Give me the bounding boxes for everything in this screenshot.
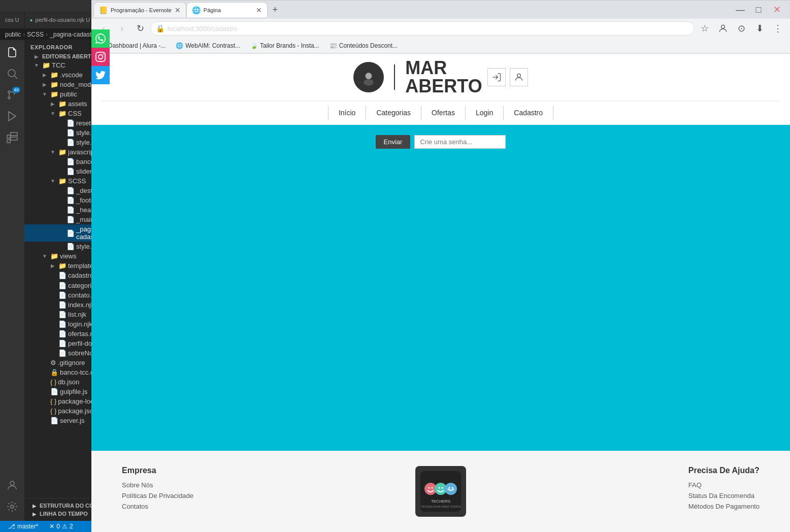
item-label: .vscode — [60, 71, 83, 79]
folder-icon: 📁 — [58, 110, 67, 117]
file-icon: 📄 — [58, 301, 67, 309]
branch-name: master* — [17, 523, 38, 530]
enviar-button[interactable]: Enviar — [376, 135, 411, 149]
status-branch[interactable]: ⎇ master* — [5, 523, 41, 530]
file-icon: 🔒 — [50, 369, 58, 376]
activity-extensions-icon[interactable] — [2, 127, 22, 148]
warning-icon: ⚠ — [62, 523, 68, 530]
svg-rect-7 — [7, 135, 10, 138]
item-label: server.js — [60, 417, 84, 424]
folder-icon: 📁 — [50, 81, 58, 88]
senha-input[interactable] — [414, 135, 506, 149]
section-label: EDITORES ABERTOS — [42, 53, 99, 59]
svg-point-2 — [8, 91, 10, 93]
folder-icon: 📁 — [58, 262, 67, 270]
nav-inicio[interactable]: Início — [328, 106, 366, 120]
activity-source-control-icon[interactable]: 46 — [2, 85, 22, 105]
form-row: Enviar — [376, 135, 506, 149]
folder-icon: 📁 — [50, 252, 58, 260]
file-icon: 📄 — [67, 206, 75, 214]
activity-run-icon[interactable] — [2, 106, 22, 126]
git-branch-icon: ⎇ — [8, 523, 15, 530]
file-icon: 📄 — [58, 272, 67, 279]
activity-search-icon[interactable] — [2, 63, 22, 84]
file-icon: 📄 — [58, 311, 67, 318]
bookmark-label: WebAIM: Contrast... — [185, 42, 240, 49]
logo-divider — [394, 64, 395, 90]
form-area: Enviar — [156, 125, 790, 451]
user-icon[interactable] — [510, 68, 528, 86]
svg-line-1 — [15, 76, 18, 79]
footer-privacidade[interactable]: Políticas De Privacidade — [156, 492, 193, 500]
item-label: db.json — [58, 378, 79, 386]
tab-css[interactable]: css U — [0, 11, 25, 29]
item-label: views — [60, 252, 77, 260]
item-label: TCC — [52, 61, 65, 69]
bookmark-conteudos[interactable]: 📰 Conteúdos Descont... — [326, 41, 401, 50]
browser-window: 📒 Programação - Evernote ✕ 🌐 Página ✕ + … — [156, 40, 790, 521]
svg-point-23 — [432, 487, 433, 489]
svg-point-27 — [452, 487, 453, 489]
footer-status[interactable]: Status Da Encomenda — [688, 492, 760, 500]
site-header: MARABERTO Início — [156, 54, 790, 125]
error-icon: ✕ — [49, 523, 54, 530]
folder-icon: 📁 — [58, 148, 67, 156]
file-icon: 📄 — [58, 340, 67, 347]
svg-text:TECHERS: TECHERS — [431, 499, 450, 504]
svg-point-17 — [517, 74, 520, 77]
nav-categorias[interactable]: Categorias — [366, 106, 421, 120]
svg-point-11 — [10, 481, 14, 485]
nav-login[interactable]: Login — [466, 106, 504, 120]
folder-icon: 📁 — [42, 61, 50, 69]
footer-pagamento[interactable]: Métodos De Pagamento — [688, 503, 760, 510]
nav-cadastro[interactable]: Cadastro — [504, 106, 553, 120]
item-label: index.njk — [68, 301, 94, 309]
file-icon: 📄 — [67, 158, 75, 165]
bookmark-icon: 🌐 — [176, 42, 183, 49]
tab-favicon: ● — [30, 17, 33, 23]
bookmark-webaim[interactable]: 🌐 WebAIM: Contrast... — [173, 41, 243, 50]
tab-perfil[interactable]: ● perfil-do-usuario.njk U — [25, 11, 96, 29]
file-icon: 📄 — [50, 388, 58, 395]
footer-faq[interactable]: FAQ — [688, 481, 760, 489]
footer-ajuda: Precisa De Ajuda? FAQ Status Da Encomend… — [688, 466, 760, 513]
svg-point-12 — [11, 505, 14, 508]
tab-label: css U — [5, 17, 19, 23]
file-icon: 📄 — [67, 168, 75, 175]
svg-marker-6 — [9, 112, 16, 121]
login-icon[interactable] — [487, 68, 506, 86]
bookmark-icon: 📰 — [330, 42, 337, 49]
folder-icon: 📁 — [50, 90, 58, 98]
item-label: .gitignore — [58, 359, 85, 367]
svg-point-0 — [8, 70, 15, 77]
warning-count: 2 — [70, 523, 73, 530]
bookmark-tailor[interactable]: 🍃 Tailor Brands - Insta... — [247, 41, 322, 50]
footer-contatos[interactable]: Contatos — [156, 503, 193, 510]
techers-logo: TECHERS TECNOLOGIA PARA TODOS — [415, 466, 466, 517]
file-icon: 📄 — [67, 187, 75, 194]
chevron-icon: ▶ — [32, 503, 37, 509]
folder-icon: 📁 — [58, 177, 67, 185]
file-icon: 📄 — [67, 119, 75, 127]
bookmark-dashboard[interactable]: 📊 Dashboard | Alura -... — [156, 41, 169, 50]
file-icon: 📄 — [67, 243, 75, 250]
activity-account-icon[interactable] — [2, 475, 22, 495]
footer-sobre-nos[interactable]: Sobre Nós — [156, 481, 193, 489]
activity-settings-icon[interactable] — [2, 496, 22, 517]
status-errors[interactable]: ✕ 0 ⚠ 2 — [46, 523, 76, 530]
item-label: public — [60, 90, 77, 98]
svg-point-15 — [366, 73, 372, 79]
svg-text:TECNOLOGIA PARA TODOS: TECNOLOGIA PARA TODOS — [421, 505, 461, 508]
nav-ofertas[interactable]: Ofertas — [421, 106, 466, 120]
activity-files-icon[interactable] — [2, 42, 22, 62]
bookmark-label: Tailor Brands - Insta... — [260, 42, 319, 49]
file-icon: 📄 — [67, 216, 75, 223]
svg-rect-9 — [11, 137, 17, 140]
bookmark-icon: 🍃 — [250, 42, 258, 49]
site-nav: Início Categorias Ofertas Login Cadastro — [156, 101, 780, 120]
folder-icon: 📁 — [58, 100, 67, 108]
file-icon: 📄 — [58, 320, 67, 328]
item-label: login.njk — [68, 320, 92, 328]
file-icon: 📄 — [58, 349, 67, 357]
file-icon: 📄 — [50, 417, 58, 424]
